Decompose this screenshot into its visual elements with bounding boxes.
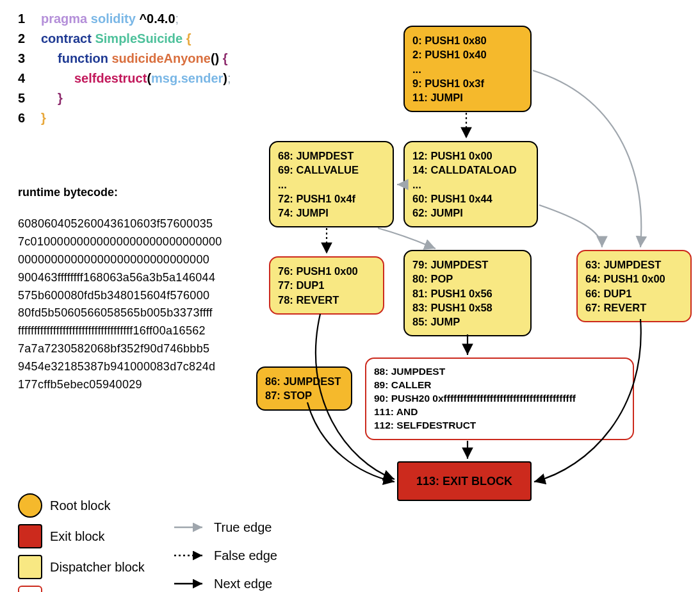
opcode-row: 0: PUSH1 0x80 [412,33,523,47]
cfg-dispatcher-block-68: 68: JUMPDEST69: CALLVALUE...72: PUSH1 0x… [269,141,394,227]
opcode-row: 85: JUMP [412,315,523,329]
opcode-row: 86: JUMPDEST [265,374,343,388]
legend-label: Dispatcher block [50,560,145,575]
bytecode-line: 80fd5b5060566058565b005b3373ffff [18,304,229,322]
opcode-row: 66: DUP1 [585,286,683,300]
opcode-row: 77: DUP1 [278,278,375,292]
tok-brace: { [186,31,191,46]
bytecode-line: 00000000000000000000000000000 [18,251,229,269]
line-number: 4 [18,71,41,86]
opcode-row: 79: JUMPDEST [412,258,523,272]
bytecode-line: 900463ffffffff168063a56a3b5a146044 [18,269,229,287]
leaf-swatch-icon [18,586,42,592]
root-swatch-icon [18,493,42,518]
cfg-root-block-86: 86: JUMPDEST87: STOP [256,366,352,411]
tok-paren: ( [147,71,151,86]
opcode-row: 90: PUSH20 0xfffffffffffffffffffffffffff… [374,392,625,406]
tok-msg: msg.sender [151,71,223,86]
legend-label: False edge [214,548,277,563]
opcode-row: 87: STOP [265,388,343,402]
opcode-row: ... [412,62,523,76]
line-number: 6 [18,111,41,126]
tok-name: SimpleSuicide [95,31,183,46]
legend-true-edge: True edge [173,516,277,538]
bytecode-line: 7c01000000000000000000000000000 [18,233,229,251]
tok-contract: contract [41,31,92,46]
cfg-dispatcher-block-79: 79: JUMPDEST80: POP81: PUSH1 0x5683: PUS… [403,250,532,336]
bytecode-line: 177cffb5ebec05940029 [18,376,229,394]
opcode-row: 74: JUMPI [278,206,385,220]
code-line-3: 3 function sudicideAnyone () { [18,51,231,66]
opcode-row: 9: PUSH1 0x3f [412,76,523,90]
opcode-row: 72: PUSH1 0x4f [278,192,385,206]
legend-false-edge: False edge [173,545,277,566]
bytecode-line: 575b600080fd5b348015604f576000 [18,287,229,305]
line-number: 3 [18,51,41,66]
opcode-row: 69: CALLVALUE [278,163,385,177]
tok-brace: } [58,91,63,106]
opcode-row: 14: CALLDATALOAD [412,163,529,177]
cfg-exit-block: 113: EXIT BLOCK [397,461,532,501]
tok-paren: ) [223,71,227,86]
opcode-row: 67: REVERT [585,300,683,315]
bytecode-line: 608060405260043610603f57600035 [18,215,229,233]
opcode-row: 11: JUMPI [412,90,523,104]
bytecode-line: 9454e32185387b941000083d7c824d [18,358,229,376]
tok-fn: sudicideAnyone [111,51,210,66]
opcode-row: 83: PUSH1 0x58 [412,300,523,315]
opcode-row: 111: AND [374,406,625,419]
opcode-row: 112: SELFDESTRUCT [374,419,625,432]
cfg-dispatcher-block-12: 12: PUSH1 0x0014: CALLDATALOAD...60: PUS… [403,141,538,227]
opcode-row: 2: PUSH1 0x40 [412,47,523,62]
edge-true [539,205,602,247]
bytecode-line: ffffffffffffffffffffffffffffffffffff16ff… [18,322,229,340]
edge-true [378,228,435,249]
legend-leaf: Leaf block [18,586,145,592]
bytecode-line: 7a7a7230582068bf352f90d746bbb5 [18,340,229,358]
legend-label: Exit block [50,529,105,544]
legend: Root block Exit block Dispatcher block L… [18,493,145,592]
code-line-5: 5 } [18,91,231,106]
tok-function: function [58,51,108,66]
opcode-row: 76: PUSH1 0x00 [278,264,375,278]
cfg-leaf-block-76: 76: PUSH1 0x0077: DUP178: REVERT [269,256,384,315]
legend-dispatcher: Dispatcher block [18,555,145,579]
opcode-row: 64: PUSH1 0x00 [585,272,683,286]
tok-brace: } [41,111,46,126]
legend-label: Root block [50,498,111,513]
code-line-6: 6 } [18,111,231,126]
bytecode-title: runtime bytecode: [18,186,118,199]
opcode-row: 60: PUSH1 0x44 [412,192,529,206]
tok-pragma: pragma [41,12,87,26]
tok-paren: () [211,51,219,66]
legend-root: Root block [18,493,145,518]
tok-version: ^0.4.0 [139,12,175,26]
tok-semi: ; [227,71,231,86]
tok-selfdestruct: selfdestruct [74,71,147,86]
tok-brace: { [223,51,228,66]
edge-true [533,70,641,247]
tok-semi: ; [175,12,179,26]
opcode-row: 88: JUMPDEST [374,365,625,379]
opcode-row: 81: PUSH1 0x56 [412,286,523,300]
dispatcher-swatch-icon [18,555,42,579]
opcode-row: 62: JUMPI [412,206,529,220]
cfg-root-block: 0: PUSH1 0x802: PUSH1 0x40...9: PUSH1 0x… [403,26,532,112]
cfg-leaf-block-88: 88: JUMPDEST89: CALLER90: PUSH20 0xfffff… [365,358,634,440]
legend-next-edge: Next edge [173,573,277,592]
opcode-row: ... [278,177,385,192]
line-number: 5 [18,91,41,106]
legend-label: Next edge [214,577,272,591]
opcode-row: 68: JUMPDEST [278,149,385,163]
line-number: 1 [18,12,41,26]
code-line-1: 1 pragma solidity ^0.4.0 ; [18,12,231,26]
tok-solidity: solidity [91,12,136,26]
opcode-row: 63: JUMPDEST [585,258,683,272]
legend-edges: True edge False edge Next edge [173,516,277,592]
opcode-row: 80: POP [412,272,523,286]
opcode-row: 89: CALLER [374,379,625,392]
code-line-4: 4 selfdestruct ( msg.sender ) ; [18,71,231,86]
cfg-leaf-block-63: 63: JUMPDEST64: PUSH1 0x0066: DUP167: RE… [576,250,692,322]
opcode-row: ... [412,177,529,192]
opcode-row: 12: PUSH1 0x00 [412,149,529,163]
